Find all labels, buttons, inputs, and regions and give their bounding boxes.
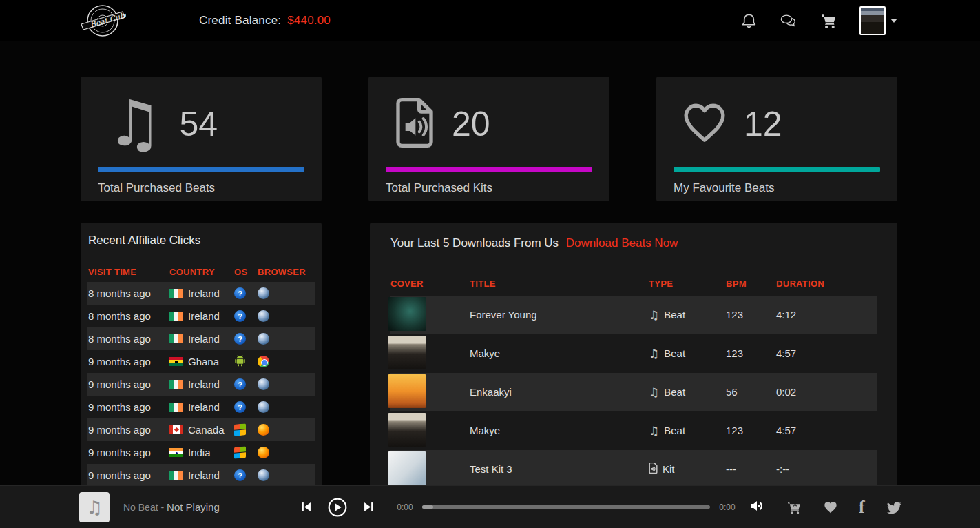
stat-value: 54	[179, 104, 218, 144]
country: Ireland	[188, 378, 220, 390]
affiliate-table-body: 8 months ago Ireland ? 8 months ago Irel…	[87, 282, 315, 487]
chevron-down-icon	[890, 19, 897, 23]
panel-title: Recent Affiliate Clicks	[88, 234, 315, 247]
downloads-table-body: Forever Young ♫Beat 123 4:12 Makye ♫Beat…	[390, 296, 877, 488]
unknown-os-icon: ?	[234, 469, 246, 481]
table-row: 9 months ago Ireland ?	[87, 396, 315, 418]
visit-time: 9 months ago	[88, 469, 169, 481]
panel-title: Your Last 5 Downloads From Us	[390, 236, 559, 250]
top-navbar: Beat Cube Credit Balance: $440.00	[0, 0, 980, 41]
kit-file-icon	[649, 463, 658, 476]
cover-art[interactable]	[388, 336, 426, 369]
table-row: Test Kit 3 Kit --- -:--	[390, 450, 877, 488]
cover-art[interactable]	[388, 413, 426, 447]
facebook-icon[interactable]: f	[859, 498, 865, 516]
column-visit-time: VISIT TIME	[88, 267, 169, 277]
track-duration: 4:12	[776, 309, 877, 321]
play-icon[interactable]	[328, 498, 347, 517]
column-type: TYPE	[649, 278, 726, 289]
player-status: Not Playing	[167, 501, 220, 513]
track-title: Makye	[470, 347, 649, 359]
unknown-os-icon: ?	[234, 378, 246, 390]
table-row: 9 months ago India	[87, 441, 315, 464]
track-title: Forever Young	[470, 309, 649, 321]
stat-label: My Favourite Beats	[674, 181, 880, 195]
user-avatar[interactable]	[859, 6, 886, 35]
twitter-icon[interactable]	[886, 499, 901, 515]
heart-outline-icon	[682, 101, 727, 147]
table-row: Forever Young ♫Beat 123 4:12	[390, 296, 877, 334]
ireland-flag-icon	[169, 471, 183, 480]
shopping-cart-icon[interactable]	[820, 12, 837, 30]
add-to-cart-icon[interactable]	[786, 499, 802, 516]
messages-icon[interactable]	[780, 12, 797, 30]
table-row: Makye ♫Beat 123 4:57	[390, 412, 877, 449]
accent-bar	[386, 167, 592, 172]
ireland-flag-icon	[169, 334, 183, 343]
track-bpm: 123	[726, 347, 776, 359]
credit-balance: Credit Balance: $440.00	[199, 14, 331, 28]
column-cover: COVER	[390, 278, 470, 289]
downloads-table-header: COVER TITLE TYPE BPM DURATION	[390, 271, 877, 296]
track-bpm: 56	[726, 386, 776, 398]
table-row: 9 months ago Ghana	[87, 350, 315, 373]
track-title: Enkaakyi	[470, 386, 649, 398]
accent-bar	[674, 167, 880, 172]
country: Ireland	[188, 287, 220, 299]
table-row: Makye ♫Beat 123 4:57	[390, 334, 877, 372]
firefox-browser-icon	[258, 447, 269, 458]
accent-bar	[98, 167, 304, 172]
globe-browser-icon	[258, 333, 269, 345]
total-time: 0:00	[716, 502, 739, 512]
favourite-icon[interactable]	[823, 500, 838, 514]
column-os: OS	[234, 267, 258, 277]
seek-bar[interactable]	[422, 505, 710, 509]
player-track-name: No Beat	[123, 502, 158, 513]
windows-os-icon	[234, 446, 246, 458]
separator: -	[158, 502, 167, 513]
canada-flag-icon	[169, 425, 183, 434]
stat-card-purchased-kits: 20 Total Purchased Kits	[368, 77, 609, 201]
column-bpm: BPM	[726, 278, 776, 289]
track-bpm: ---	[726, 463, 776, 475]
track-type: Beat	[664, 386, 685, 398]
music-note-icon: ♫	[649, 347, 659, 361]
affiliate-table-header: VISIT TIME COUNTRY OS BROWSER	[87, 261, 315, 282]
stat-card-purchased-beats: ♫ 54 Total Purchased Beats	[81, 77, 322, 201]
credit-balance-label: Credit Balance:	[199, 14, 281, 27]
country: India	[188, 447, 211, 458]
stat-label: Total Purchased Beats	[98, 181, 304, 195]
stat-label: Total Purchased Kits	[386, 181, 592, 195]
ireland-flag-icon	[169, 403, 183, 412]
ireland-flag-icon	[169, 289, 183, 298]
volume-icon[interactable]	[749, 498, 765, 517]
table-row: 9 months ago Ireland ?	[87, 464, 315, 487]
music-note-icon: ♫	[649, 424, 659, 438]
table-row: 9 months ago Canada	[87, 418, 315, 441]
stats-row: ♫ 54 Total Purchased Beats 20	[81, 77, 897, 201]
column-country: COUNTRY	[169, 267, 234, 277]
previous-track-icon[interactable]	[301, 502, 311, 512]
recent-affiliate-clicks-panel: Recent Affiliate Clicks VISIT TIME COUNT…	[81, 223, 322, 494]
track-bpm: 123	[726, 309, 776, 321]
music-note-icon: ♫	[649, 385, 659, 399]
download-beats-now-link[interactable]: Download Beats Now	[566, 236, 678, 250]
table-row: 8 months ago Ireland ?	[87, 327, 315, 350]
visit-time: 8 months ago	[88, 333, 169, 345]
table-row: 8 months ago Ireland ?	[87, 305, 315, 327]
user-menu[interactable]	[859, 6, 897, 35]
beatcube-logo-icon[interactable]: Beat Cube	[78, 3, 126, 39]
track-title: Test Kit 3	[470, 463, 649, 475]
unknown-os-icon: ?	[234, 287, 246, 299]
bell-icon[interactable]	[740, 12, 758, 30]
next-track-icon[interactable]	[364, 502, 374, 512]
cover-art[interactable]	[388, 297, 426, 331]
music-note-icon: ♫	[649, 308, 659, 322]
stat-value: 20	[452, 104, 490, 144]
cover-art[interactable]	[388, 451, 426, 485]
country: Ireland	[188, 333, 220, 345]
visit-time: 8 months ago	[88, 287, 169, 299]
track-duration: 0:02	[776, 386, 877, 398]
cover-art[interactable]	[388, 374, 426, 408]
visit-time: 8 months ago	[88, 310, 169, 322]
